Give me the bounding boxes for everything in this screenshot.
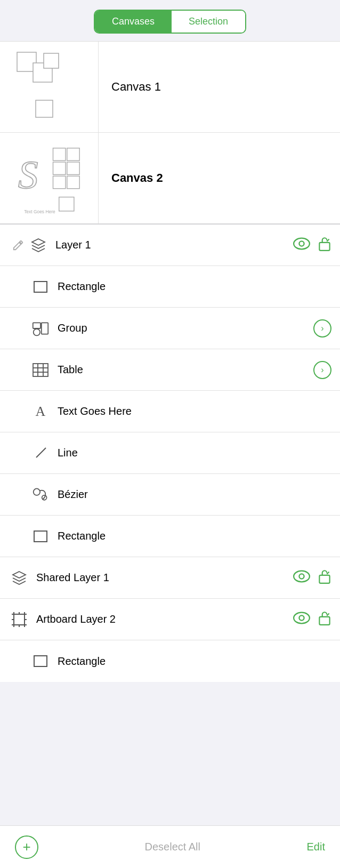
layer-row[interactable]: A Text Goes Here: [0, 391, 340, 432]
layer-row[interactable]: Artboard Layer 2: [0, 599, 340, 640]
layer-name: Artboard Layer 2: [30, 613, 293, 625]
layer-name: Text Goes Here: [51, 405, 331, 417]
svg-rect-36: [14, 614, 25, 625]
svg-rect-34: [319, 575, 329, 583]
edit-pencil-icon[interactable]: [9, 236, 28, 255]
layer-name: Rectangle: [51, 655, 331, 668]
svg-rect-11: [59, 197, 74, 211]
svg-point-49: [294, 612, 310, 623]
layer-actions: ›: [313, 319, 331, 337]
svg-rect-53: [34, 656, 47, 666]
visibility-icon[interactable]: [293, 237, 310, 253]
lock-icon[interactable]: [318, 236, 331, 255]
layer-row[interactable]: Line: [0, 432, 340, 474]
canvas-name: Canvas 1: [99, 80, 161, 94]
rectangle-icon: [30, 526, 51, 547]
layer-name: Table: [51, 364, 313, 376]
svg-rect-2: [44, 53, 59, 68]
bottom-bar: + Deselect All Edit: [0, 825, 340, 868]
canvas-name: Canvas 2: [99, 171, 163, 185]
svg-marker-31: [13, 572, 26, 578]
canvases-tab[interactable]: Canvases: [95, 11, 172, 33]
svg-line-27: [36, 448, 46, 457]
add-button[interactable]: +: [15, 835, 38, 859]
svg-rect-10: [67, 176, 79, 188]
svg-point-50: [299, 615, 304, 620]
svg-rect-6: [67, 148, 79, 160]
layers-icon: [28, 235, 49, 256]
rectangle-icon: [30, 650, 51, 672]
svg-rect-30: [34, 531, 47, 542]
layer-name: Shared Layer 1: [30, 572, 293, 584]
svg-text:Text Goes Here: Text Goes Here: [24, 209, 55, 214]
layer-name: Bézier: [51, 488, 331, 501]
layer-name: Rectangle: [51, 530, 331, 542]
svg-rect-8: [67, 162, 79, 174]
layer-row[interactable]: Group ›: [0, 308, 340, 349]
text-icon: A: [30, 401, 51, 422]
layer-row[interactable]: Table ›: [0, 349, 340, 391]
canvas-list: Canvas 1 S Text Goes Here Canvas 2: [0, 41, 340, 224]
svg-rect-3: [36, 100, 53, 117]
shared-layers-icon: [9, 567, 30, 589]
lock-icon[interactable]: [318, 568, 331, 588]
svg-point-14: [294, 238, 310, 249]
layer-row[interactable]: Rectangle: [0, 516, 340, 557]
table-icon: [30, 359, 51, 381]
layer-actions: ›: [313, 361, 331, 379]
layer-name: Group: [51, 322, 313, 334]
header: Canvases Selection: [0, 0, 340, 41]
layer-actions: [293, 568, 331, 588]
svg-rect-16: [319, 242, 329, 250]
svg-point-15: [299, 241, 304, 246]
segmented-control: Canvases Selection: [94, 10, 246, 34]
selection-tab[interactable]: Selection: [172, 11, 245, 33]
deselect-all-button[interactable]: Deselect All: [145, 841, 201, 853]
layer-actions: [293, 610, 331, 629]
lock-icon[interactable]: [318, 610, 331, 629]
bezier-icon: [30, 484, 51, 505]
svg-rect-20: [42, 323, 48, 334]
svg-rect-18: [34, 282, 47, 292]
layer-row[interactable]: Rectangle: [0, 266, 340, 308]
layer-row[interactable]: Layer 1: [0, 224, 340, 266]
canvas-item[interactable]: Canvas 1: [0, 42, 340, 133]
svg-point-28: [34, 488, 40, 495]
svg-rect-51: [319, 616, 329, 624]
visibility-icon[interactable]: [293, 570, 310, 586]
layer-name: Rectangle: [51, 280, 331, 293]
svg-point-33: [299, 574, 304, 578]
svg-text:S: S: [18, 152, 38, 197]
layer-name: Layer 1: [49, 239, 293, 251]
svg-point-21: [34, 328, 40, 335]
svg-rect-5: [53, 148, 66, 160]
layer-row[interactable]: Shared Layer 1: [0, 557, 340, 599]
line-icon: [30, 443, 51, 464]
edit-button[interactable]: Edit: [307, 841, 325, 853]
layer-name: Line: [51, 447, 331, 459]
canvas-item[interactable]: S Text Goes Here Canvas 2: [0, 133, 340, 223]
group-icon: [30, 318, 51, 339]
svg-marker-13: [32, 239, 45, 245]
rectangle-icon: [30, 276, 51, 298]
svg-rect-22: [33, 364, 48, 376]
visibility-icon[interactable]: [293, 612, 310, 628]
canvas-thumbnail: [0, 42, 99, 132]
expand-button[interactable]: ›: [313, 361, 331, 379]
layer-actions: [293, 236, 331, 255]
layer-row[interactable]: Bézier: [0, 474, 340, 516]
svg-point-32: [294, 570, 310, 582]
artboard-icon: [9, 609, 30, 630]
layer-row[interactable]: Rectangle: [0, 640, 340, 682]
canvas-thumbnail: S Text Goes Here: [0, 133, 99, 223]
svg-rect-7: [53, 162, 66, 174]
expand-button[interactable]: ›: [313, 319, 331, 337]
layers-section: Layer 1 Rectangle: [0, 224, 340, 682]
svg-rect-19: [33, 323, 41, 328]
svg-rect-9: [53, 176, 66, 188]
